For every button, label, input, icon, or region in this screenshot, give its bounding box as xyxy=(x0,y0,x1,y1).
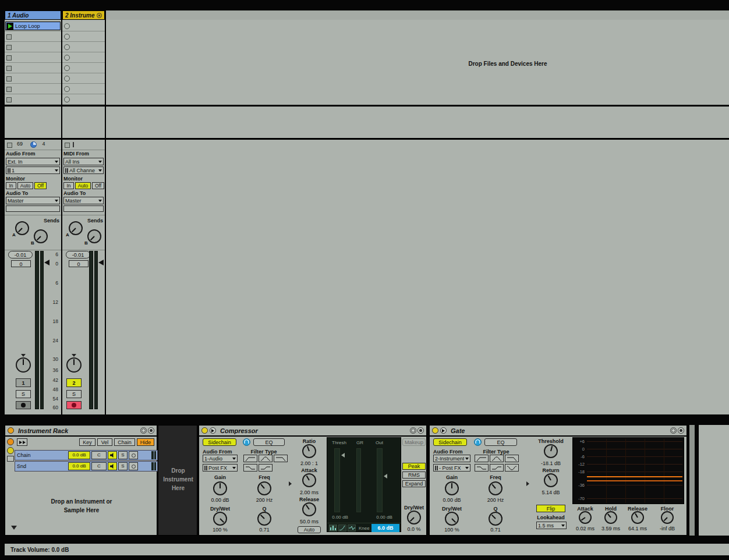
arm-record-button[interactable] xyxy=(16,401,31,409)
clip-slot[interactable] xyxy=(62,21,105,31)
chain-hot-swap-button[interactable] xyxy=(129,451,138,459)
monitor-in-button[interactable]: In xyxy=(63,182,74,189)
filter-lowpass-button[interactable] xyxy=(505,455,519,462)
lookahead-dropdown[interactable]: 1.5 ms xyxy=(536,522,567,529)
show-devices-icon[interactable] xyxy=(7,456,14,462)
pan-knob[interactable] xyxy=(66,357,82,373)
pan-knob[interactable] xyxy=(16,357,31,373)
clip-loop-loop[interactable]: Loop Loop xyxy=(5,22,61,30)
solo-button[interactable]: S xyxy=(16,390,31,398)
clip-slot[interactable] xyxy=(62,31,105,42)
device-play-icon[interactable] xyxy=(440,427,447,434)
release-value[interactable]: 50.0 ms xyxy=(295,519,324,524)
hot-swap-icon[interactable] xyxy=(140,427,147,434)
clip-slot[interactable] xyxy=(62,73,105,84)
output-type-dropdown[interactable]: Master xyxy=(63,197,104,204)
send-b-knob[interactable] xyxy=(87,229,101,243)
key-map-button[interactable]: Key xyxy=(79,438,95,446)
chain-volume[interactable]: 0.0 dB xyxy=(68,451,90,459)
clip-stop-button[interactable] xyxy=(6,55,12,61)
eq-toggle-button[interactable]: EQ xyxy=(484,438,517,446)
clip-slot[interactable] xyxy=(62,94,105,105)
section-expand-icon[interactable] xyxy=(289,481,292,486)
filter-highshelf-button[interactable] xyxy=(490,464,504,472)
chain-volume[interactable]: 0.0 dB xyxy=(68,462,90,470)
attack-value[interactable]: 0.02 ms xyxy=(572,526,598,531)
monitor-off-button[interactable]: Off xyxy=(92,182,104,189)
freq-knob[interactable] xyxy=(489,481,502,495)
fold-arrow-icon[interactable] xyxy=(11,526,17,530)
freq-value[interactable]: 200 Hz xyxy=(243,497,285,503)
output-db-value[interactable]: 0.00 dB xyxy=(373,515,396,520)
hot-swap-icon[interactable] xyxy=(410,427,416,434)
gate-threshold-display[interactable]: +6 0 -6 -12 -18 -36 -70 xyxy=(572,437,684,504)
clip-slot[interactable] xyxy=(5,63,61,73)
return-line[interactable] xyxy=(587,480,682,481)
drywet-value[interactable]: 100 % xyxy=(433,527,470,533)
q-knob[interactable] xyxy=(257,512,271,526)
chain-hot-swap-button[interactable] xyxy=(129,462,138,470)
sidechain-gain-knob[interactable] xyxy=(445,481,459,495)
threshold-db-value[interactable]: 0.00 dB xyxy=(328,515,352,520)
clip-slot[interactable]: Loop Loop xyxy=(5,21,61,31)
chain-map-button[interactable]: Chain xyxy=(114,438,135,446)
save-preset-icon[interactable] xyxy=(417,427,424,434)
filter-bandpass-button[interactable] xyxy=(490,455,504,462)
q-knob[interactable] xyxy=(489,512,502,526)
clip-stop-button[interactable] xyxy=(6,76,12,81)
q-value[interactable]: 0.71 xyxy=(475,527,516,533)
sidechain-position-dropdown[interactable]: - Post FX xyxy=(433,464,470,472)
section-expand-icon[interactable] xyxy=(526,481,529,486)
compressor-meter-display[interactable]: Thresh GR Out 0.00 dB 0.00 dB Knee 6.0 d… xyxy=(327,437,401,532)
input-type-dropdown[interactable]: All Ins xyxy=(63,158,104,165)
input-channel-dropdown[interactable]: 1 xyxy=(6,166,60,174)
chain-row[interactable]: Snd 0.0 dB C S xyxy=(15,461,158,472)
send-a-knob[interactable] xyxy=(15,221,29,235)
drywet-knob[interactable] xyxy=(407,511,421,524)
drywet-value[interactable]: 0.0 % xyxy=(401,526,427,532)
release-knob[interactable] xyxy=(302,502,316,516)
clip-slot-button[interactable] xyxy=(64,55,70,61)
output-channel-box[interactable] xyxy=(63,205,104,212)
peak-mode-button[interactable]: Peak xyxy=(402,463,426,470)
chain-pan[interactable]: C xyxy=(91,462,107,470)
auto-release-button[interactable]: Auto xyxy=(298,526,321,533)
clip-slot[interactable] xyxy=(5,73,61,84)
output-marker-icon[interactable] xyxy=(384,474,387,479)
flip-button[interactable]: Flip xyxy=(536,505,565,512)
sidechain-toggle-button[interactable]: Sidechain xyxy=(433,438,467,446)
attack-knob[interactable] xyxy=(579,511,592,524)
threshold-knob[interactable] xyxy=(544,444,558,458)
ratio-value[interactable]: 2.00 : 1 xyxy=(295,460,324,466)
chain-pan[interactable]: C xyxy=(91,451,107,459)
floor-knob[interactable] xyxy=(661,511,674,524)
clip-stop-button[interactable] xyxy=(6,34,12,40)
gain-value[interactable]: 0.00 dB xyxy=(203,497,238,503)
sidechain-gain-knob[interactable] xyxy=(213,481,227,495)
filter-highpass-button[interactable] xyxy=(475,455,489,462)
freq-knob[interactable] xyxy=(257,481,271,495)
track-number-button[interactable]: 2 xyxy=(66,378,82,387)
sidechain-drywet-knob[interactable] xyxy=(213,512,227,526)
monitor-auto-button[interactable]: Auto xyxy=(75,182,91,189)
collapsed-view-button[interactable] xyxy=(329,524,337,531)
output-channel-box[interactable] xyxy=(6,205,60,212)
clip-slot[interactable] xyxy=(62,52,105,63)
clip-slot[interactable] xyxy=(5,94,61,105)
threshold-marker-icon[interactable] xyxy=(341,453,345,458)
device-title-bar[interactable]: Instrument Rack xyxy=(5,426,157,437)
track-number-button[interactable]: 1 xyxy=(16,378,31,387)
transfer-curve-view-button[interactable] xyxy=(338,524,346,531)
hold-value[interactable]: 3.59 ms xyxy=(599,526,622,531)
device-play-icon[interactable] xyxy=(210,427,216,434)
filter-highshelf-button[interactable] xyxy=(259,464,273,472)
chain-row[interactable]: Chain 0.0 dB C S xyxy=(15,450,158,460)
volume-value-box[interactable]: -0.01 xyxy=(66,251,90,258)
ratio-knob[interactable] xyxy=(302,444,316,458)
sidechain-source-dropdown[interactable]: 2-Instrument xyxy=(433,455,470,462)
hold-knob[interactable] xyxy=(604,511,617,524)
activity-view-button[interactable] xyxy=(348,524,356,531)
device-title-bar[interactable]: Compressor xyxy=(199,426,426,437)
chain-solo-button[interactable]: S xyxy=(118,451,128,459)
eq-toggle-button[interactable]: EQ xyxy=(253,438,285,446)
